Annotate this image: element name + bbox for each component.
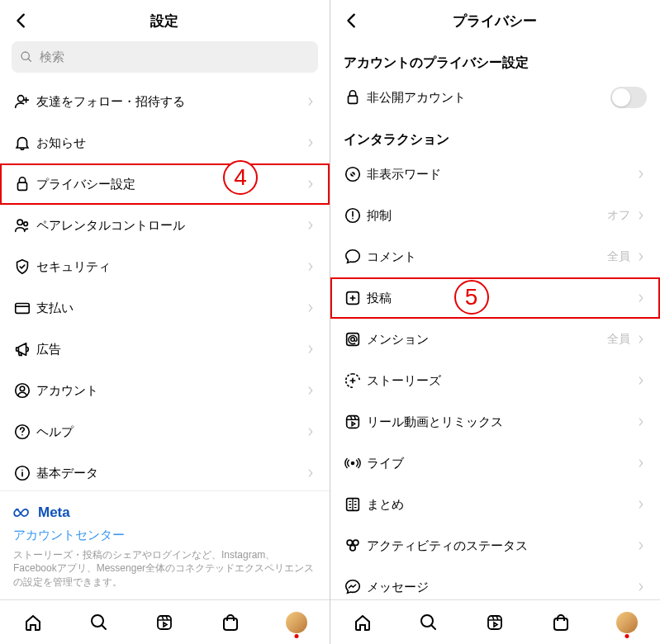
chevron-right-icon xyxy=(305,385,316,396)
row-label: プライバシー設定 xyxy=(36,177,305,192)
chevron-right-icon xyxy=(305,426,316,438)
row-right-6[interactable]: リール動画とリミックス xyxy=(330,401,661,443)
chevron-right-icon xyxy=(635,581,647,593)
header-privacy: プライバシー xyxy=(330,0,661,41)
row-label: 友達をフォロー・招待する xyxy=(36,94,305,110)
row-left-7[interactable]: アカウント xyxy=(0,370,330,411)
meta-logo: Meta xyxy=(13,504,316,521)
callout-5: 5 xyxy=(454,280,489,315)
row-value: 全員 xyxy=(607,332,630,347)
chevron-right-icon xyxy=(635,251,647,263)
chevron-right-icon xyxy=(305,302,316,314)
page-title: プライバシー xyxy=(363,12,628,31)
tab-search[interactable] xyxy=(416,610,441,635)
section-account-privacy: アカウントのプライバシー設定 xyxy=(330,41,661,77)
row-label: メッセージ xyxy=(367,580,636,595)
user-icon xyxy=(13,381,36,400)
back-button[interactable] xyxy=(10,9,33,32)
comment-icon xyxy=(344,248,367,266)
card-icon xyxy=(13,299,36,317)
search-placeholder: 検索 xyxy=(40,50,64,65)
eyeoff-icon xyxy=(344,165,367,183)
row-left-6[interactable]: 広告 xyxy=(0,329,330,370)
back-button[interactable] xyxy=(340,9,363,32)
header-settings: 設定 xyxy=(0,0,330,41)
lock-icon xyxy=(344,88,367,107)
tab-shop[interactable] xyxy=(218,610,243,635)
row-label: アクティビティのステータス xyxy=(367,538,636,554)
excl-icon xyxy=(344,206,367,225)
tab-search[interactable] xyxy=(87,610,112,635)
row-label: ペアレンタルコントロール xyxy=(36,218,305,234)
chevron-right-icon xyxy=(635,168,647,180)
row-label: ヘルプ xyxy=(36,424,305,440)
tab-profile[interactable] xyxy=(284,610,309,635)
row-right-5[interactable]: ストーリーズ xyxy=(330,360,661,401)
private-account-toggle[interactable] xyxy=(610,87,647,108)
row-right-9[interactable]: アクティビティのステータス xyxy=(330,525,661,566)
chevron-right-icon xyxy=(305,343,316,355)
tab-profile[interactable] xyxy=(615,610,639,635)
msgr-icon xyxy=(344,578,367,596)
search-icon xyxy=(20,50,33,64)
row-left-0[interactable]: 友達をフォロー・招待する xyxy=(0,81,330,122)
row-label: 投稿 xyxy=(367,291,636,306)
at-icon xyxy=(344,330,367,348)
chevron-right-icon xyxy=(635,292,647,304)
row-left-2[interactable]: プライバシー設定 xyxy=(0,163,330,205)
private-account-label: 非公開アカウント xyxy=(367,90,611,106)
row-right-7[interactable]: ライブ xyxy=(330,443,661,484)
chevron-right-icon xyxy=(305,467,316,479)
private-account-row: 非公開アカウント xyxy=(330,77,661,118)
follow-icon xyxy=(13,92,36,111)
chevron-right-icon xyxy=(635,499,647,510)
chevron-right-icon xyxy=(635,416,647,428)
row-right-8[interactable]: まとめ xyxy=(330,484,661,525)
tab-home[interactable] xyxy=(21,610,45,635)
tab-bar xyxy=(330,599,661,644)
avatar-icon xyxy=(286,612,307,633)
row-right-2[interactable]: コメント 全員 xyxy=(330,236,661,277)
tab-shop[interactable] xyxy=(548,610,573,635)
row-left-8[interactable]: ヘルプ xyxy=(0,411,330,452)
row-label: 支払い xyxy=(36,301,305,316)
row-right-4[interactable]: メンション 全員 xyxy=(330,319,661,360)
row-label: セキュリティ xyxy=(36,259,305,275)
lock-icon xyxy=(13,175,36,193)
tab-home[interactable] xyxy=(350,610,375,635)
row-label: 非表示ワード xyxy=(367,167,636,182)
accounts-center-link[interactable]: アカウントセンター xyxy=(13,528,316,543)
row-label: ストーリーズ xyxy=(367,373,636,389)
avatar-icon xyxy=(616,612,638,633)
chevron-right-icon xyxy=(635,540,647,552)
row-left-3[interactable]: ペアレンタルコントロール xyxy=(0,205,330,246)
info-icon xyxy=(13,464,36,482)
row-left-1[interactable]: お知らせ xyxy=(0,122,330,163)
row-label: 抑制 xyxy=(367,208,608,224)
row-left-9[interactable]: 基本データ xyxy=(0,452,330,482)
row-label: お知らせ xyxy=(36,135,305,151)
chevron-right-icon xyxy=(635,334,647,345)
page-title: 設定 xyxy=(33,12,297,31)
row-left-5[interactable]: 支払い xyxy=(0,287,330,329)
row-label: リール動画とリミックス xyxy=(367,414,636,430)
search-input[interactable]: 検索 xyxy=(12,41,318,73)
supervise-icon xyxy=(13,216,36,234)
row-label: 基本データ xyxy=(36,466,305,481)
row-right-3[interactable]: 投稿 xyxy=(330,277,661,319)
row-label: コメント xyxy=(367,249,608,265)
tab-reels[interactable] xyxy=(482,610,507,635)
meta-description: ストーリーズ・投稿のシェアやログインなど、Instagram、Facebookア… xyxy=(13,548,316,590)
meta-infinity-icon xyxy=(13,506,33,519)
row-label: まとめ xyxy=(367,497,636,513)
row-value: 全員 xyxy=(607,249,630,264)
row-right-1[interactable]: 抑制 オフ xyxy=(330,195,661,236)
chevron-right-icon xyxy=(305,178,316,190)
guide-icon xyxy=(344,495,367,514)
section-interactions: インタラクション xyxy=(330,118,661,154)
row-left-4[interactable]: セキュリティ xyxy=(0,246,330,287)
chevron-right-icon xyxy=(305,220,316,231)
chevron-right-icon xyxy=(635,375,647,386)
row-right-0[interactable]: 非表示ワード xyxy=(330,154,661,195)
tab-reels[interactable] xyxy=(152,610,177,635)
